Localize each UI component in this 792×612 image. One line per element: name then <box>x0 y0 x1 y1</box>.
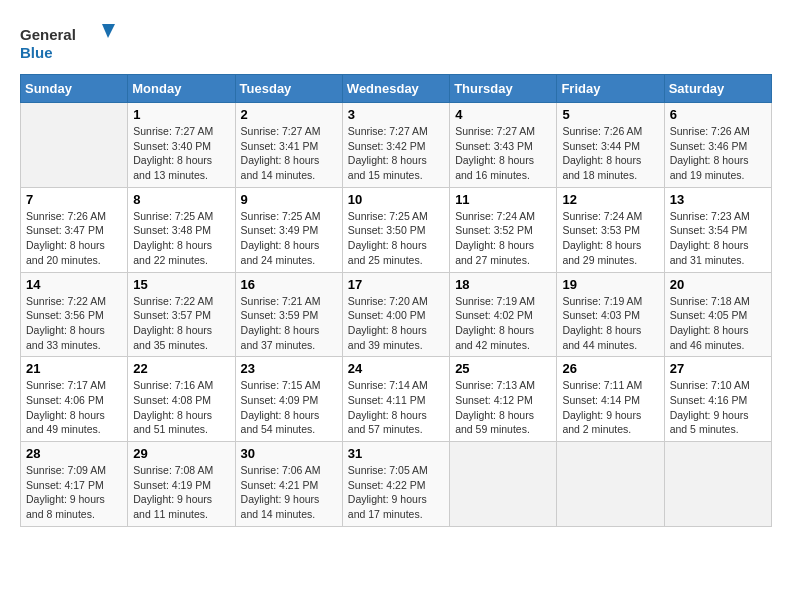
calendar-header-row: SundayMondayTuesdayWednesdayThursdayFrid… <box>21 75 772 103</box>
day-info: Sunrise: 7:24 AMSunset: 3:53 PMDaylight:… <box>562 209 658 268</box>
day-info: Sunrise: 7:11 AMSunset: 4:14 PMDaylight:… <box>562 378 658 437</box>
day-info: Sunrise: 7:16 AMSunset: 4:08 PMDaylight:… <box>133 378 229 437</box>
calendar-day-cell: 11Sunrise: 7:24 AMSunset: 3:52 PMDayligh… <box>450 187 557 272</box>
calendar-day-cell: 19Sunrise: 7:19 AMSunset: 4:03 PMDayligh… <box>557 272 664 357</box>
calendar-day-cell: 12Sunrise: 7:24 AMSunset: 3:53 PMDayligh… <box>557 187 664 272</box>
logo: General Blue <box>20 20 120 64</box>
calendar-day-cell <box>557 442 664 527</box>
calendar-day-cell: 25Sunrise: 7:13 AMSunset: 4:12 PMDayligh… <box>450 357 557 442</box>
day-number: 6 <box>670 107 766 122</box>
day-info: Sunrise: 7:20 AMSunset: 4:00 PMDaylight:… <box>348 294 444 353</box>
day-number: 25 <box>455 361 551 376</box>
day-info: Sunrise: 7:22 AMSunset: 3:56 PMDaylight:… <box>26 294 122 353</box>
day-number: 12 <box>562 192 658 207</box>
calendar-day-cell: 8Sunrise: 7:25 AMSunset: 3:48 PMDaylight… <box>128 187 235 272</box>
day-number: 8 <box>133 192 229 207</box>
day-number: 19 <box>562 277 658 292</box>
day-number: 1 <box>133 107 229 122</box>
calendar-day-cell: 15Sunrise: 7:22 AMSunset: 3:57 PMDayligh… <box>128 272 235 357</box>
svg-marker-2 <box>102 24 115 38</box>
day-info: Sunrise: 7:14 AMSunset: 4:11 PMDaylight:… <box>348 378 444 437</box>
calendar-weekday-header: Tuesday <box>235 75 342 103</box>
logo-svg: General Blue <box>20 20 120 64</box>
day-number: 17 <box>348 277 444 292</box>
calendar-day-cell: 4Sunrise: 7:27 AMSunset: 3:43 PMDaylight… <box>450 103 557 188</box>
day-info: Sunrise: 7:15 AMSunset: 4:09 PMDaylight:… <box>241 378 337 437</box>
day-info: Sunrise: 7:13 AMSunset: 4:12 PMDaylight:… <box>455 378 551 437</box>
day-info: Sunrise: 7:19 AMSunset: 4:02 PMDaylight:… <box>455 294 551 353</box>
calendar-day-cell: 28Sunrise: 7:09 AMSunset: 4:17 PMDayligh… <box>21 442 128 527</box>
svg-text:Blue: Blue <box>20 44 53 61</box>
calendar-day-cell: 23Sunrise: 7:15 AMSunset: 4:09 PMDayligh… <box>235 357 342 442</box>
calendar-day-cell <box>21 103 128 188</box>
calendar-week-row: 14Sunrise: 7:22 AMSunset: 3:56 PMDayligh… <box>21 272 772 357</box>
day-info: Sunrise: 7:17 AMSunset: 4:06 PMDaylight:… <box>26 378 122 437</box>
day-number: 18 <box>455 277 551 292</box>
calendar-day-cell: 20Sunrise: 7:18 AMSunset: 4:05 PMDayligh… <box>664 272 771 357</box>
calendar-weekday-header: Monday <box>128 75 235 103</box>
day-number: 30 <box>241 446 337 461</box>
calendar-day-cell: 26Sunrise: 7:11 AMSunset: 4:14 PMDayligh… <box>557 357 664 442</box>
calendar-day-cell: 16Sunrise: 7:21 AMSunset: 3:59 PMDayligh… <box>235 272 342 357</box>
calendar-day-cell <box>664 442 771 527</box>
calendar-weekday-header: Saturday <box>664 75 771 103</box>
calendar-weekday-header: Sunday <box>21 75 128 103</box>
day-number: 2 <box>241 107 337 122</box>
day-info: Sunrise: 7:06 AMSunset: 4:21 PMDaylight:… <box>241 463 337 522</box>
svg-text:General: General <box>20 26 76 43</box>
calendar-day-cell: 5Sunrise: 7:26 AMSunset: 3:44 PMDaylight… <box>557 103 664 188</box>
day-info: Sunrise: 7:08 AMSunset: 4:19 PMDaylight:… <box>133 463 229 522</box>
day-info: Sunrise: 7:10 AMSunset: 4:16 PMDaylight:… <box>670 378 766 437</box>
day-info: Sunrise: 7:25 AMSunset: 3:50 PMDaylight:… <box>348 209 444 268</box>
calendar-weekday-header: Friday <box>557 75 664 103</box>
calendar-day-cell: 14Sunrise: 7:22 AMSunset: 3:56 PMDayligh… <box>21 272 128 357</box>
day-info: Sunrise: 7:25 AMSunset: 3:48 PMDaylight:… <box>133 209 229 268</box>
day-number: 24 <box>348 361 444 376</box>
day-info: Sunrise: 7:25 AMSunset: 3:49 PMDaylight:… <box>241 209 337 268</box>
day-info: Sunrise: 7:27 AMSunset: 3:42 PMDaylight:… <box>348 124 444 183</box>
day-number: 23 <box>241 361 337 376</box>
day-info: Sunrise: 7:27 AMSunset: 3:40 PMDaylight:… <box>133 124 229 183</box>
day-info: Sunrise: 7:23 AMSunset: 3:54 PMDaylight:… <box>670 209 766 268</box>
day-number: 16 <box>241 277 337 292</box>
day-info: Sunrise: 7:24 AMSunset: 3:52 PMDaylight:… <box>455 209 551 268</box>
calendar-day-cell: 31Sunrise: 7:05 AMSunset: 4:22 PMDayligh… <box>342 442 449 527</box>
calendar-day-cell: 17Sunrise: 7:20 AMSunset: 4:00 PMDayligh… <box>342 272 449 357</box>
day-number: 21 <box>26 361 122 376</box>
day-number: 10 <box>348 192 444 207</box>
calendar-week-row: 1Sunrise: 7:27 AMSunset: 3:40 PMDaylight… <box>21 103 772 188</box>
calendar-day-cell: 27Sunrise: 7:10 AMSunset: 4:16 PMDayligh… <box>664 357 771 442</box>
day-number: 15 <box>133 277 229 292</box>
day-number: 28 <box>26 446 122 461</box>
day-info: Sunrise: 7:21 AMSunset: 3:59 PMDaylight:… <box>241 294 337 353</box>
day-number: 11 <box>455 192 551 207</box>
calendar-day-cell <box>450 442 557 527</box>
day-info: Sunrise: 7:26 AMSunset: 3:44 PMDaylight:… <box>562 124 658 183</box>
header: General Blue <box>20 20 772 64</box>
calendar-day-cell: 7Sunrise: 7:26 AMSunset: 3:47 PMDaylight… <box>21 187 128 272</box>
day-info: Sunrise: 7:05 AMSunset: 4:22 PMDaylight:… <box>348 463 444 522</box>
calendar-week-row: 7Sunrise: 7:26 AMSunset: 3:47 PMDaylight… <box>21 187 772 272</box>
calendar-week-row: 21Sunrise: 7:17 AMSunset: 4:06 PMDayligh… <box>21 357 772 442</box>
day-number: 3 <box>348 107 444 122</box>
day-number: 9 <box>241 192 337 207</box>
calendar-day-cell: 22Sunrise: 7:16 AMSunset: 4:08 PMDayligh… <box>128 357 235 442</box>
calendar-day-cell: 18Sunrise: 7:19 AMSunset: 4:02 PMDayligh… <box>450 272 557 357</box>
calendar-day-cell: 3Sunrise: 7:27 AMSunset: 3:42 PMDaylight… <box>342 103 449 188</box>
calendar-day-cell: 21Sunrise: 7:17 AMSunset: 4:06 PMDayligh… <box>21 357 128 442</box>
day-info: Sunrise: 7:19 AMSunset: 4:03 PMDaylight:… <box>562 294 658 353</box>
day-info: Sunrise: 7:26 AMSunset: 3:47 PMDaylight:… <box>26 209 122 268</box>
calendar-day-cell: 6Sunrise: 7:26 AMSunset: 3:46 PMDaylight… <box>664 103 771 188</box>
day-number: 20 <box>670 277 766 292</box>
calendar-day-cell: 30Sunrise: 7:06 AMSunset: 4:21 PMDayligh… <box>235 442 342 527</box>
calendar-day-cell: 24Sunrise: 7:14 AMSunset: 4:11 PMDayligh… <box>342 357 449 442</box>
day-info: Sunrise: 7:27 AMSunset: 3:41 PMDaylight:… <box>241 124 337 183</box>
calendar-day-cell: 10Sunrise: 7:25 AMSunset: 3:50 PMDayligh… <box>342 187 449 272</box>
day-info: Sunrise: 7:26 AMSunset: 3:46 PMDaylight:… <box>670 124 766 183</box>
day-number: 13 <box>670 192 766 207</box>
day-number: 5 <box>562 107 658 122</box>
day-number: 7 <box>26 192 122 207</box>
calendar-weekday-header: Thursday <box>450 75 557 103</box>
day-number: 4 <box>455 107 551 122</box>
day-number: 22 <box>133 361 229 376</box>
